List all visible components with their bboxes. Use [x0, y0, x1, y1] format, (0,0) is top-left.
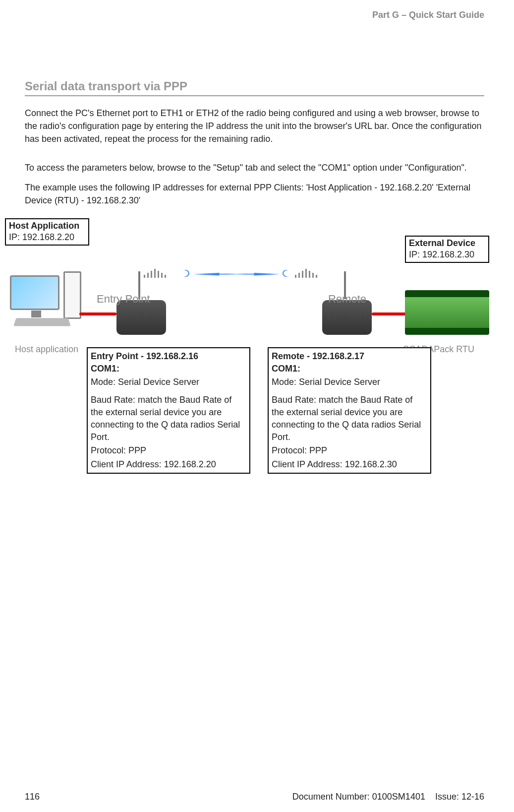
- remote-com: COM1:: [272, 363, 427, 375]
- paragraph-intro: Connect the PC's Ethernet port to ETH1 o…: [25, 107, 484, 145]
- signal-bars-right-icon: [295, 269, 330, 279]
- signal-bars-left-icon: [144, 269, 178, 279]
- pc-tower-icon: [63, 271, 81, 319]
- remote-baud: Baud Rate: match the Baud Rate of the ex…: [272, 394, 427, 444]
- section-title: Serial data transport via PPP: [25, 79, 484, 96]
- remote-protocol: Protocol: PPP: [272, 444, 427, 457]
- page-footer: 116 Document Number: 0100SM1401 Issue: 1…: [25, 792, 484, 802]
- page-number: 116: [25, 792, 40, 802]
- serial-cable-right-icon: [372, 312, 406, 315]
- host-application-ip: IP: 192.168.2.20: [9, 232, 85, 243]
- issue-number: Issue: 12-16: [435, 792, 484, 802]
- monitor-icon: [10, 275, 59, 310]
- network-diagram: Host Application IP: 192.168.2.20 Extern…: [5, 218, 494, 476]
- entry-point-mode: Mode: Serial Device Server: [91, 376, 246, 388]
- entry-point-caption: Entry Point: [97, 293, 150, 306]
- entry-point-protocol: Protocol: PPP: [91, 444, 246, 457]
- entry-point-config-box: Entry Point - 192.168.2.16 COM1: Mode: S…: [87, 347, 250, 474]
- external-device-title: External Device: [409, 238, 485, 249]
- document-number: Document Number: 0100SM1401: [292, 792, 425, 802]
- serial-cable-left-icon: [79, 312, 116, 315]
- remote-client-ip: Client IP Address: 192.168.2.30: [272, 458, 427, 471]
- entry-point-com: COM1:: [91, 363, 246, 375]
- paragraph-example-ips: The example uses the following IP addres…: [25, 181, 484, 207]
- entry-point-title: Entry Point - 192.168.2.16: [91, 350, 246, 363]
- remote-caption: Remote: [328, 293, 366, 306]
- host-application-title: Host Application: [9, 220, 85, 232]
- keyboard-icon: [13, 318, 71, 326]
- scadapack-rtu-icon: [405, 290, 489, 335]
- entry-point-baud: Baud Rate: match the Baud Rate of the ex…: [91, 394, 246, 444]
- rf-arc-left-icon: [181, 268, 191, 278]
- diagram-graphics: Host application Entry Point Remote SCAD…: [5, 248, 494, 347]
- entry-point-client-ip: Client IP Address: 192.168.2.20: [91, 458, 246, 471]
- host-pc-icon: [10, 275, 84, 330]
- remote-title: Remote - 192.168.2.17: [272, 350, 427, 363]
- paragraph-setup: To access the parameters below, browse t…: [25, 161, 484, 174]
- page-header: Part G – Quick Start Guide: [372, 10, 484, 20]
- host-caption: Host application: [15, 344, 78, 355]
- rf-arc-right-icon: [281, 268, 291, 278]
- remote-config-box: Remote - 192.168.2.17 COM1: Mode: Serial…: [268, 347, 431, 474]
- rf-link-icon: [193, 273, 280, 276]
- host-application-label: Host Application IP: 192.168.2.20: [5, 218, 89, 246]
- remote-mode: Mode: Serial Device Server: [272, 376, 427, 388]
